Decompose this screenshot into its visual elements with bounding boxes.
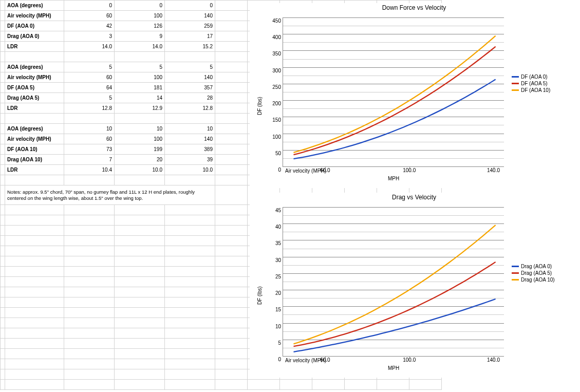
cell[interactable] [64,318,115,328]
cell[interactable] [1,72,5,83]
cell[interactable] [64,380,115,390]
cell[interactable] [5,297,64,308]
cell[interactable] [5,318,64,328]
cell[interactable] [1,226,5,236]
cell[interactable] [115,287,165,297]
cell[interactable] [1,155,5,165]
row-label[interactable]: Air velocity (MPH) [5,11,64,21]
cell[interactable] [1,318,5,328]
cell[interactable] [165,256,215,267]
cell[interactable] [5,380,64,390]
data-cell[interactable]: 12.8 [64,103,115,114]
cell[interactable] [64,175,115,185]
cell[interactable] [215,155,248,165]
cell[interactable] [5,215,64,226]
cell[interactable] [1,369,5,380]
cell[interactable] [115,308,165,318]
notes-cell[interactable]: Notes: approx. 9.5" chord, 70" span, no … [5,185,215,205]
cell[interactable] [64,328,115,339]
cell[interactable] [5,52,64,62]
cell[interactable] [1,246,5,256]
data-cell[interactable]: 10 [165,124,215,134]
cell[interactable] [5,308,64,318]
cell[interactable] [165,349,215,359]
cell[interactable] [64,246,115,256]
cell[interactable] [215,318,248,328]
data-cell[interactable]: 9 [115,31,165,42]
cell[interactable] [115,369,165,380]
cell[interactable] [215,134,248,144]
cell[interactable] [215,308,248,318]
cell[interactable] [1,236,5,246]
data-cell[interactable]: 259 [165,21,215,31]
cell[interactable] [215,287,248,297]
cell[interactable] [215,369,248,380]
cell[interactable] [5,277,64,287]
cell[interactable] [64,205,115,215]
cell[interactable] [1,83,5,93]
cell[interactable] [1,134,5,144]
data-cell[interactable]: 140 [165,72,215,83]
cell[interactable] [5,175,64,185]
cell[interactable] [1,42,5,52]
data-cell[interactable]: 60 [64,134,115,144]
cell[interactable] [215,83,248,93]
cell[interactable] [1,328,5,339]
cell[interactable] [64,236,115,246]
cell[interactable] [215,31,248,42]
data-cell[interactable]: 60 [64,72,115,83]
cell[interactable] [64,339,115,349]
cell[interactable] [1,277,5,287]
cell[interactable] [64,308,115,318]
data-cell[interactable]: 39 [165,155,215,165]
cell[interactable] [215,359,248,369]
cell[interactable] [377,380,409,390]
cell[interactable] [215,267,248,277]
row-label[interactable]: LDR [5,103,64,114]
cell[interactable] [215,236,248,246]
data-cell[interactable]: 10 [64,124,115,134]
data-cell[interactable]: 10 [115,124,165,134]
data-cell[interactable]: 0 [165,1,215,11]
cell[interactable] [115,205,165,215]
data-cell[interactable]: 199 [115,144,165,155]
cell[interactable] [115,297,165,308]
cell[interactable] [64,277,115,287]
cell[interactable] [165,114,215,124]
cell[interactable] [5,256,64,267]
cell[interactable] [165,175,215,185]
data-cell[interactable]: 5 [165,62,215,72]
cell[interactable] [5,359,64,369]
cell[interactable] [165,380,215,390]
cell[interactable] [215,256,248,267]
cell[interactable] [5,236,64,246]
cell[interactable] [5,114,64,124]
cell[interactable] [215,144,248,155]
cell[interactable] [215,62,248,72]
cell[interactable] [215,297,248,308]
cell[interactable] [115,349,165,359]
cell[interactable] [215,52,248,62]
data-cell[interactable]: 10.4 [64,165,115,175]
data-cell[interactable]: 10.0 [165,165,215,175]
data-cell[interactable]: 0 [64,1,115,11]
cell[interactable] [165,287,215,297]
cell[interactable] [115,267,165,277]
cell[interactable] [215,380,248,390]
cell[interactable] [1,205,5,215]
data-cell[interactable]: 3 [64,31,115,42]
cell[interactable] [165,215,215,226]
cell[interactable] [1,93,5,103]
cell[interactable] [215,21,248,31]
cell[interactable] [5,349,64,359]
cell[interactable] [1,359,5,369]
cell[interactable] [5,205,64,215]
cell[interactable] [115,52,165,62]
row-label[interactable]: LDR [5,42,64,52]
row-label[interactable]: AOA (degrees) [5,62,64,72]
cell[interactable] [215,114,248,124]
cell[interactable] [5,246,64,256]
cell[interactable] [64,114,115,124]
cell[interactable] [165,339,215,349]
cell[interactable] [165,277,215,287]
